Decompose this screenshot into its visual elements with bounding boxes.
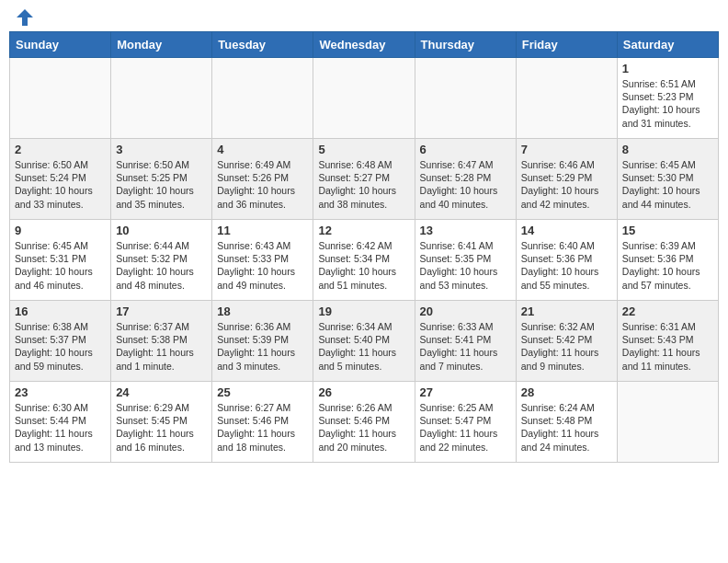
cell-text: Sunrise: 6:31 AM Sunset: 5:43 PM Dayligh… <box>622 320 713 373</box>
calendar-cell: 23Sunrise: 6:30 AM Sunset: 5:44 PM Dayli… <box>10 382 111 463</box>
cell-text: Sunrise: 6:50 AM Sunset: 5:25 PM Dayligh… <box>116 158 207 211</box>
calendar-cell: 16Sunrise: 6:38 AM Sunset: 5:37 PM Dayli… <box>10 301 111 382</box>
calendar-week-row: 23Sunrise: 6:30 AM Sunset: 5:44 PM Dayli… <box>10 382 719 463</box>
cell-text: Sunrise: 6:30 AM Sunset: 5:44 PM Dayligh… <box>15 401 106 454</box>
calendar-cell <box>212 58 313 139</box>
day-number: 20 <box>420 304 511 318</box>
calendar-week-row: 1Sunrise: 6:51 AM Sunset: 5:23 PM Daylig… <box>10 58 719 139</box>
cell-text: Sunrise: 6:38 AM Sunset: 5:37 PM Dayligh… <box>15 320 106 373</box>
calendar-cell: 28Sunrise: 6:24 AM Sunset: 5:48 PM Dayli… <box>516 382 617 463</box>
calendar-cell: 7Sunrise: 6:46 AM Sunset: 5:29 PM Daylig… <box>516 139 617 220</box>
weekday-header-thursday: Thursday <box>415 32 516 58</box>
day-number: 15 <box>622 224 713 237</box>
cell-text: Sunrise: 6:45 AM Sunset: 5:30 PM Dayligh… <box>622 158 713 211</box>
day-number: 27 <box>420 385 511 399</box>
cell-text: Sunrise: 6:39 AM Sunset: 5:36 PM Dayligh… <box>622 239 713 292</box>
calendar-cell: 22Sunrise: 6:31 AM Sunset: 5:43 PM Dayli… <box>617 301 718 382</box>
cell-text: Sunrise: 6:41 AM Sunset: 5:35 PM Dayligh… <box>420 239 511 292</box>
day-number: 3 <box>116 143 207 156</box>
day-number: 4 <box>217 143 308 156</box>
day-number: 1 <box>622 62 713 75</box>
day-number: 11 <box>217 224 308 237</box>
calendar-cell: 10Sunrise: 6:44 AM Sunset: 5:32 PM Dayli… <box>111 220 212 301</box>
cell-text: Sunrise: 6:45 AM Sunset: 5:31 PM Dayligh… <box>15 239 106 292</box>
calendar-cell: 8Sunrise: 6:45 AM Sunset: 5:30 PM Daylig… <box>617 139 718 220</box>
day-number: 14 <box>521 224 612 237</box>
cell-text: Sunrise: 6:24 AM Sunset: 5:48 PM Dayligh… <box>521 401 612 454</box>
calendar-cell <box>617 382 718 463</box>
weekday-header-wednesday: Wednesday <box>313 32 415 58</box>
calendar-week-row: 16Sunrise: 6:38 AM Sunset: 5:37 PM Dayli… <box>10 301 719 382</box>
calendar-cell <box>10 58 111 139</box>
day-number: 2 <box>15 143 106 156</box>
calendar-cell <box>111 58 212 139</box>
logo <box>13 9 35 24</box>
cell-text: Sunrise: 6:25 AM Sunset: 5:47 PM Dayligh… <box>420 401 511 454</box>
day-number: 17 <box>116 304 207 318</box>
weekday-header-row: SundayMondayTuesdayWednesdayThursdayFrid… <box>10 32 719 58</box>
cell-text: Sunrise: 6:29 AM Sunset: 5:45 PM Dayligh… <box>116 401 207 454</box>
day-number: 18 <box>217 304 308 318</box>
calendar-cell: 3Sunrise: 6:50 AM Sunset: 5:25 PM Daylig… <box>111 139 212 220</box>
day-number: 23 <box>15 385 106 399</box>
cell-text: Sunrise: 6:49 AM Sunset: 5:26 PM Dayligh… <box>217 158 308 211</box>
calendar-cell: 5Sunrise: 6:48 AM Sunset: 5:27 PM Daylig… <box>313 139 415 220</box>
calendar-cell: 15Sunrise: 6:39 AM Sunset: 5:36 PM Dayli… <box>617 220 718 301</box>
cell-text: Sunrise: 6:48 AM Sunset: 5:27 PM Dayligh… <box>318 158 409 211</box>
cell-text: Sunrise: 6:26 AM Sunset: 5:46 PM Dayligh… <box>318 401 409 454</box>
calendar-cell: 4Sunrise: 6:49 AM Sunset: 5:26 PM Daylig… <box>212 139 313 220</box>
calendar-cell: 19Sunrise: 6:34 AM Sunset: 5:40 PM Dayli… <box>313 301 415 382</box>
day-number: 9 <box>15 224 106 237</box>
cell-text: Sunrise: 6:44 AM Sunset: 5:32 PM Dayligh… <box>116 239 207 292</box>
calendar-cell: 11Sunrise: 6:43 AM Sunset: 5:33 PM Dayli… <box>212 220 313 301</box>
calendar-cell: 6Sunrise: 6:47 AM Sunset: 5:28 PM Daylig… <box>415 139 516 220</box>
weekday-header-saturday: Saturday <box>617 32 718 58</box>
calendar-week-row: 2Sunrise: 6:50 AM Sunset: 5:24 PM Daylig… <box>10 139 719 220</box>
calendar-cell: 13Sunrise: 6:41 AM Sunset: 5:35 PM Dayli… <box>415 220 516 301</box>
calendar-cell: 17Sunrise: 6:37 AM Sunset: 5:38 PM Dayli… <box>111 301 212 382</box>
cell-text: Sunrise: 6:32 AM Sunset: 5:42 PM Dayligh… <box>521 320 612 373</box>
day-number: 7 <box>521 143 612 156</box>
day-number: 21 <box>521 304 612 318</box>
calendar-cell <box>313 58 415 139</box>
svg-marker-0 <box>17 9 33 26</box>
calendar-cell <box>516 58 617 139</box>
calendar-cell: 14Sunrise: 6:40 AM Sunset: 5:36 PM Dayli… <box>516 220 617 301</box>
cell-text: Sunrise: 6:51 AM Sunset: 5:23 PM Dayligh… <box>622 77 713 130</box>
cell-text: Sunrise: 6:40 AM Sunset: 5:36 PM Dayligh… <box>521 239 612 292</box>
calendar-table: SundayMondayTuesdayWednesdayThursdayFrid… <box>9 31 719 463</box>
day-number: 25 <box>217 385 308 399</box>
weekday-header-monday: Monday <box>111 32 212 58</box>
logo-icon <box>15 7 35 28</box>
cell-text: Sunrise: 6:33 AM Sunset: 5:41 PM Dayligh… <box>420 320 511 373</box>
calendar-cell: 20Sunrise: 6:33 AM Sunset: 5:41 PM Dayli… <box>415 301 516 382</box>
weekday-header-sunday: Sunday <box>10 32 111 58</box>
calendar-cell: 9Sunrise: 6:45 AM Sunset: 5:31 PM Daylig… <box>10 220 111 301</box>
day-number: 8 <box>622 143 713 156</box>
day-number: 6 <box>420 143 511 156</box>
day-number: 13 <box>420 224 511 237</box>
cell-text: Sunrise: 6:36 AM Sunset: 5:39 PM Dayligh… <box>217 320 308 373</box>
day-number: 24 <box>116 385 207 399</box>
cell-text: Sunrise: 6:43 AM Sunset: 5:33 PM Dayligh… <box>217 239 308 292</box>
calendar-cell: 18Sunrise: 6:36 AM Sunset: 5:39 PM Dayli… <box>212 301 313 382</box>
day-number: 12 <box>318 224 409 237</box>
calendar-cell: 25Sunrise: 6:27 AM Sunset: 5:46 PM Dayli… <box>212 382 313 463</box>
day-number: 28 <box>521 385 612 399</box>
day-number: 26 <box>318 385 409 399</box>
calendar-cell <box>415 58 516 139</box>
calendar-week-row: 9Sunrise: 6:45 AM Sunset: 5:31 PM Daylig… <box>10 220 719 301</box>
page-header <box>9 9 719 24</box>
day-number: 10 <box>116 224 207 237</box>
cell-text: Sunrise: 6:37 AM Sunset: 5:38 PM Dayligh… <box>116 320 207 373</box>
cell-text: Sunrise: 6:50 AM Sunset: 5:24 PM Dayligh… <box>15 158 106 211</box>
day-number: 19 <box>318 304 409 318</box>
calendar-cell: 21Sunrise: 6:32 AM Sunset: 5:42 PM Dayli… <box>516 301 617 382</box>
day-number: 22 <box>622 304 713 318</box>
calendar-cell: 27Sunrise: 6:25 AM Sunset: 5:47 PM Dayli… <box>415 382 516 463</box>
cell-text: Sunrise: 6:34 AM Sunset: 5:40 PM Dayligh… <box>318 320 409 373</box>
cell-text: Sunrise: 6:46 AM Sunset: 5:29 PM Dayligh… <box>521 158 612 211</box>
calendar-cell: 2Sunrise: 6:50 AM Sunset: 5:24 PM Daylig… <box>10 139 111 220</box>
weekday-header-friday: Friday <box>516 32 617 58</box>
weekday-header-tuesday: Tuesday <box>212 32 313 58</box>
